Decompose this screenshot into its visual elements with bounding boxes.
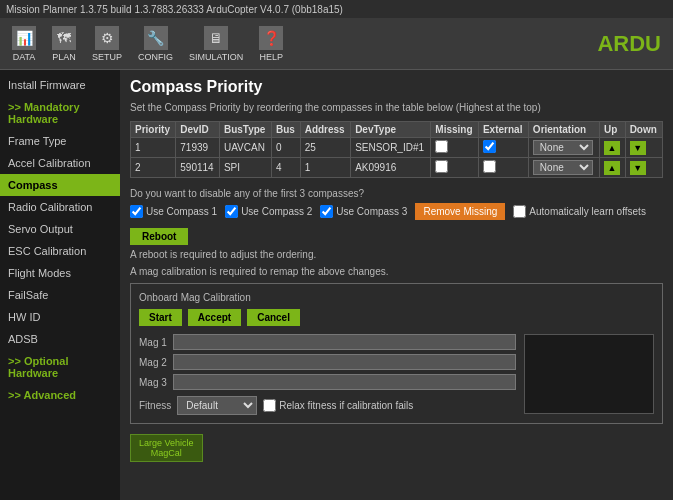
- mag2-label: Mag 2: [139, 357, 169, 368]
- sidebar-item-advanced[interactable]: >> Advanced: [0, 384, 120, 406]
- sidebar-item-mandatory-hardware[interactable]: >> Mandatory Hardware: [0, 96, 120, 130]
- controls-section: Do you want to disable any of the first …: [130, 188, 663, 220]
- menu-simulation[interactable]: 🖥 SIMULATION: [181, 22, 251, 66]
- cell-external[interactable]: [478, 138, 528, 158]
- missing-checkbox-2[interactable]: [435, 160, 448, 173]
- ardu-logo: ARDU: [597, 31, 669, 57]
- cancel-button[interactable]: Cancel: [247, 309, 300, 326]
- mag1-label: Mag 1: [139, 337, 169, 348]
- sidebar-item-install-firmware[interactable]: Install Firmware: [0, 74, 120, 96]
- table-row: 1 71939 UAVCAN 0 25 SENSOR_ID#1 None ▲ ▼: [131, 138, 663, 158]
- cell-down[interactable]: ▼: [625, 158, 662, 178]
- col-down: Down: [625, 122, 662, 138]
- col-devtype: DevType: [351, 122, 431, 138]
- calibration-bars: Mag 1 Mag 2 Mag 3 Fitness Defaul: [139, 334, 516, 415]
- cell-bustype: SPI: [219, 158, 271, 178]
- mag3-track: [173, 374, 516, 390]
- external-checkbox-1[interactable]: [483, 140, 496, 153]
- menu-setup[interactable]: ⚙ SETUP: [84, 22, 130, 66]
- external-checkbox-2[interactable]: [483, 160, 496, 173]
- large-vehicle-button[interactable]: Large VehicleMagCal: [130, 434, 203, 462]
- cell-devid: 590114: [176, 158, 220, 178]
- cell-external[interactable]: [478, 158, 528, 178]
- menu-config[interactable]: 🔧 CONFIG: [130, 22, 181, 66]
- down-button-1[interactable]: ▼: [630, 141, 646, 155]
- cell-devtype: AK09916: [351, 158, 431, 178]
- fitness-label: Fitness: [139, 400, 171, 411]
- cell-devid: 71939: [176, 138, 220, 158]
- table-row: 2 590114 SPI 4 1 AK09916 None ▲ ▼: [131, 158, 663, 178]
- fitness-row: Fitness Default Relaxed Strict Relax fit…: [139, 396, 516, 415]
- menu-help-label: HELP: [260, 52, 284, 62]
- mag1-track: [173, 334, 516, 350]
- sidebar-item-hw-id[interactable]: HW ID: [0, 306, 120, 328]
- menu-plan-label: PLAN: [52, 52, 76, 62]
- relax-label[interactable]: Relax fitness if calibration fails: [263, 399, 413, 412]
- orientation-select-2[interactable]: None: [533, 160, 593, 175]
- use-compass-1-checkbox[interactable]: [130, 205, 143, 218]
- data-icon: 📊: [12, 26, 36, 50]
- col-bus: Bus: [271, 122, 300, 138]
- cell-address: 1: [300, 158, 350, 178]
- cell-up[interactable]: ▲: [599, 158, 625, 178]
- col-bustype: BusType: [219, 122, 271, 138]
- help-icon: ❓: [259, 26, 283, 50]
- title-bar: Mission Planner 1.3.75 build 1.3.7883.26…: [0, 0, 673, 18]
- cell-down[interactable]: ▼: [625, 138, 662, 158]
- use-compass-3-label[interactable]: Use Compass 3: [320, 205, 407, 218]
- sidebar-item-esc-calibration[interactable]: ESC Calibration: [0, 240, 120, 262]
- menu-plan[interactable]: 🗺 PLAN: [44, 22, 84, 66]
- sidebar-item-radio-calibration[interactable]: Radio Calibration: [0, 196, 120, 218]
- use-compass-1-label[interactable]: Use Compass 1: [130, 205, 217, 218]
- sidebar-item-failsafe[interactable]: FailSafe: [0, 284, 120, 306]
- sidebar-item-optional-hardware[interactable]: >> Optional Hardware: [0, 350, 120, 384]
- use-compass-2-label[interactable]: Use Compass 2: [225, 205, 312, 218]
- menu-config-label: CONFIG: [138, 52, 173, 62]
- cell-orientation[interactable]: None: [528, 138, 599, 158]
- sidebar-item-accel-calibration[interactable]: Accel Calibration: [0, 152, 120, 174]
- sidebar-item-flight-modes[interactable]: Flight Modes: [0, 262, 120, 284]
- sidebar-item-servo-output[interactable]: Servo Output: [0, 218, 120, 240]
- plan-icon: 🗺: [52, 26, 76, 50]
- missing-checkbox-1[interactable]: [435, 140, 448, 153]
- use-compass-2-checkbox[interactable]: [225, 205, 238, 218]
- remove-missing-button[interactable]: Remove Missing: [415, 203, 505, 220]
- calibration-display: Mag 1 Mag 2 Mag 3 Fitness Defaul: [139, 334, 654, 415]
- col-orientation: Orientation: [528, 122, 599, 138]
- start-button[interactable]: Start: [139, 309, 182, 326]
- sidebar-item-adsb[interactable]: ADSB: [0, 328, 120, 350]
- menu-data[interactable]: 📊 DATA: [4, 22, 44, 66]
- cell-missing[interactable]: [431, 138, 479, 158]
- up-button-1[interactable]: ▲: [604, 141, 620, 155]
- content-area: Compass Priority Set the Compass Priorit…: [120, 70, 673, 500]
- mag3-row: Mag 3: [139, 374, 516, 390]
- orientation-select-1[interactable]: None: [533, 140, 593, 155]
- mag-warning: A mag calibration is required to remap t…: [130, 266, 663, 277]
- cell-missing[interactable]: [431, 158, 479, 178]
- sidebar: Install Firmware >> Mandatory Hardware F…: [0, 70, 120, 500]
- sidebar-item-compass[interactable]: Compass: [0, 174, 120, 196]
- calibration-box-title: Onboard Mag Calibration: [139, 292, 654, 303]
- col-external: External: [478, 122, 528, 138]
- use-compass-3-checkbox[interactable]: [320, 205, 333, 218]
- col-address: Address: [300, 122, 350, 138]
- up-button-2[interactable]: ▲: [604, 161, 620, 175]
- cell-priority: 1: [131, 138, 176, 158]
- relax-checkbox[interactable]: [263, 399, 276, 412]
- accept-button[interactable]: Accept: [188, 309, 241, 326]
- auto-learn-checkbox[interactable]: [513, 205, 526, 218]
- title-bar-text: Mission Planner 1.3.75 build 1.3.7883.26…: [6, 4, 343, 15]
- calibration-box: Onboard Mag Calibration Start Accept Can…: [130, 283, 663, 424]
- cell-orientation[interactable]: None: [528, 158, 599, 178]
- menu-help[interactable]: ❓ HELP: [251, 22, 291, 66]
- auto-learn-label[interactable]: Automatically learn offsets: [513, 205, 646, 218]
- setup-icon: ⚙: [95, 26, 119, 50]
- col-up: Up: [599, 122, 625, 138]
- sidebar-item-frame-type[interactable]: Frame Type: [0, 130, 120, 152]
- col-missing: Missing: [431, 122, 479, 138]
- reboot-button[interactable]: Reboot: [130, 228, 188, 245]
- calibration-visual: [524, 334, 654, 414]
- cell-up[interactable]: ▲: [599, 138, 625, 158]
- down-button-2[interactable]: ▼: [630, 161, 646, 175]
- fitness-select[interactable]: Default Relaxed Strict: [177, 396, 257, 415]
